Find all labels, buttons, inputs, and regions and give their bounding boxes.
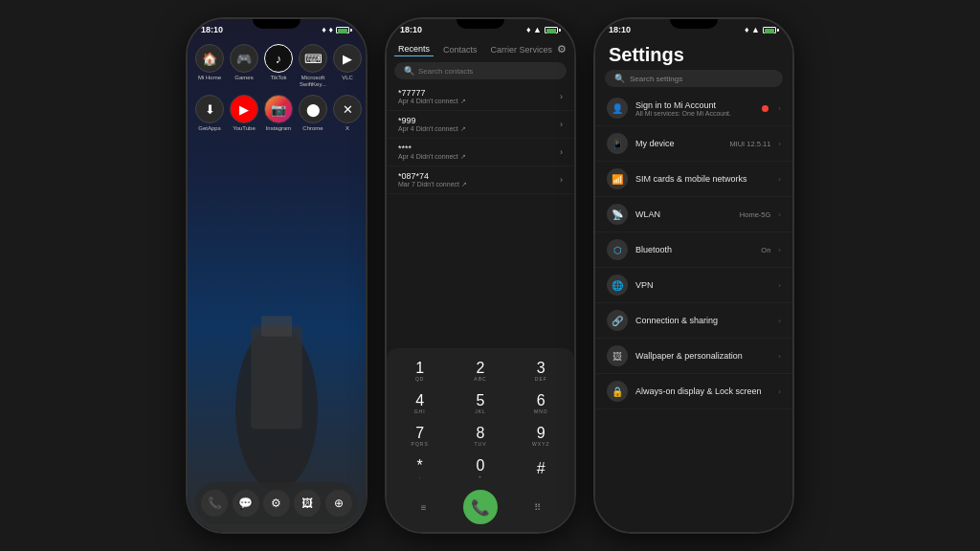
- call-detail: Apr 4 Didn't connect ↗: [398, 125, 466, 133]
- dial-key-4[interactable]: 4 GHI: [390, 388, 449, 419]
- wlan-icon: 📡: [607, 204, 628, 225]
- dial-key-3[interactable]: 3 DEF: [512, 356, 570, 386]
- app-instagram[interactable]: 📷 Instagram: [264, 95, 293, 132]
- instagram-icon: 📷: [264, 95, 293, 123]
- dock-messages[interactable]: 💬: [233, 490, 259, 517]
- chevron-icon: ›: [778, 210, 781, 219]
- wlan-content: WLAN: [635, 209, 732, 219]
- settings-screen: 18:10 ♦ ▲ Settings 🔍 Search settings 👤 S…: [595, 19, 792, 532]
- dial-key-6[interactable]: 6 MNO: [512, 388, 570, 419]
- status-time: 18:10: [609, 25, 631, 34]
- settings-item-sim[interactable]: 📶 SIM cards & mobile networks ›: [595, 162, 792, 197]
- dialer-settings-icon[interactable]: ⚙: [557, 43, 567, 55]
- chrome-label: Chrome: [302, 125, 323, 132]
- settings-item-vpn[interactable]: 🌐 VPN ›: [595, 268, 792, 303]
- app-grid-row1: 🏠 Mi Home 🎮 Games ♪ TikTok ⌨ Microsoft S…: [188, 36, 366, 91]
- always-on-content: Always-on display & Lock screen: [635, 386, 770, 396]
- dock-options[interactable]: ⊕: [325, 490, 352, 517]
- dial-key-8[interactable]: 8 TUV: [451, 421, 509, 452]
- app-swiftkey[interactable]: ⌨ Microsoft SwiftKey...: [299, 44, 327, 87]
- chevron-icon: ›: [778, 317, 781, 325]
- call-detail: Apr 4 Didn't connect ↗: [398, 153, 466, 161]
- call-info: *999 Apr 4 Didn't connect ↗: [398, 116, 466, 133]
- call-item[interactable]: *087*74 Mar 7 Didn't connect ↗ ›: [387, 166, 574, 194]
- phone-dialer: 18:10 ♦ ▲ Recents Contacts Carrier Servi…: [385, 17, 576, 534]
- settings-item-wlan[interactable]: 📡 WLAN Home-5G ›: [595, 197, 792, 232]
- app-youtube[interactable]: ▶ YouTube: [230, 95, 258, 132]
- youtube-label: YouTube: [233, 125, 256, 132]
- app-getapps[interactable]: ⬇ GetApps: [195, 95, 224, 132]
- settings-item-connection[interactable]: 🔗 Connection & sharing ›: [595, 303, 792, 339]
- my-device-value: MIUI 12.5.11: [729, 140, 770, 148]
- sim-content: SIM cards & mobile networks: [635, 174, 770, 184]
- wallpaper-content: Wallpaper & personalization: [635, 351, 770, 361]
- settings-item-mi-account[interactable]: 👤 Sign in to Mi Account All Mi services:…: [595, 91, 792, 126]
- chrome-icon: ⬤: [299, 95, 327, 123]
- call-item[interactable]: *999 Apr 4 Didn't connect ↗ ›: [387, 111, 574, 139]
- call-item[interactable]: *77777 Apr 4 Didn't connect ↗ ›: [387, 83, 574, 111]
- search-input[interactable]: [418, 67, 557, 76]
- my-device-title: My device: [635, 139, 722, 148]
- tab-contacts[interactable]: Contacts: [439, 43, 481, 56]
- swiftkey-icon: ⌨: [299, 44, 327, 73]
- dial-key-9[interactable]: 9 WXYZ: [512, 421, 570, 452]
- chevron-icon: ›: [778, 140, 781, 148]
- tab-carrier-services[interactable]: Carrier Services: [487, 43, 557, 56]
- battery-icon: [763, 27, 779, 33]
- tab-recents[interactable]: Recents: [394, 42, 434, 56]
- dial-key-0[interactable]: 0 +: [451, 453, 509, 484]
- call-number: *087*74: [398, 171, 467, 181]
- settings-title: Settings: [595, 36, 792, 70]
- phone-settings: 18:10 ♦ ▲ Settings 🔍 Search settings 👤 S…: [593, 17, 794, 534]
- chevron-icon: ›: [778, 246, 781, 254]
- dial-key-2[interactable]: 2 ABC: [451, 356, 509, 386]
- dial-key-5[interactable]: 5 JKL: [451, 388, 509, 419]
- sim-title: SIM cards & mobile networks: [635, 174, 770, 184]
- settings-item-my-device[interactable]: 📱 My device MIUI 12.5.11 ›: [595, 126, 792, 162]
- dialer-search[interactable]: 🔍: [394, 62, 567, 79]
- dialpad-grid-icon[interactable]: ⠿: [525, 496, 548, 518]
- app-mi-home[interactable]: 🏠 Mi Home: [195, 44, 224, 87]
- games-icon: 🎮: [230, 44, 258, 73]
- dial-key-star[interactable]: * ,: [390, 453, 449, 484]
- call-item[interactable]: **** Apr 4 Didn't connect ↗ ›: [387, 139, 574, 166]
- app-chrome[interactable]: ⬤ Chrome: [299, 95, 327, 132]
- mi-account-content: Sign in to Mi Account All Mi services: O…: [635, 100, 754, 117]
- always-on-title: Always-on display & Lock screen: [635, 386, 770, 396]
- settings-item-bluetooth[interactable]: ⬡ Bluetooth On ›: [595, 232, 792, 268]
- getapps-icon: ⬇: [195, 95, 224, 123]
- getapps-label: GetApps: [198, 125, 220, 132]
- notch: [253, 19, 301, 29]
- dial-key-hash[interactable]: #: [512, 453, 570, 484]
- app-games[interactable]: 🎮 Games: [230, 44, 258, 87]
- x-label: X: [345, 125, 349, 132]
- bluetooth-icon: ⬡: [607, 239, 628, 260]
- app-x[interactable]: ✕ X: [333, 95, 362, 132]
- settings-item-wallpaper[interactable]: 🖼 Wallpaper & personalization ›: [595, 339, 792, 374]
- call-chevron: ›: [560, 92, 563, 101]
- dialpad-bottom: ≡ 📞 ⠿: [390, 488, 570, 526]
- dialpad-menu-icon[interactable]: ≡: [412, 496, 435, 518]
- app-vlc[interactable]: ▶ VLC: [333, 44, 362, 87]
- dock-photos[interactable]: 🖼: [294, 490, 321, 517]
- dial-key-1[interactable]: 1 QD: [390, 356, 449, 386]
- sim-icon: 📶: [607, 168, 628, 189]
- call-number: *77777: [398, 88, 466, 98]
- call-detail: Apr 4 Didn't connect ↗: [398, 98, 466, 105]
- settings-search-bar[interactable]: 🔍 Search settings: [605, 70, 783, 87]
- home-screen: 18:10 ♦ ♦ 🏠 Mi Home 🎮 Games ♪ TikTok: [188, 19, 366, 532]
- settings-list: 👤 Sign in to Mi Account All Mi services:…: [595, 91, 792, 532]
- call-info: *77777 Apr 4 Didn't connect ↗: [398, 88, 466, 105]
- dock-settings[interactable]: ⚙: [263, 490, 290, 517]
- search-icon: 🔍: [404, 66, 414, 76]
- call-button[interactable]: 📞: [463, 490, 498, 524]
- settings-item-always-on[interactable]: 🔒 Always-on display & Lock screen ›: [595, 374, 792, 409]
- recent-calls-list: *77777 Apr 4 Didn't connect ↗ › *999 Apr…: [387, 81, 574, 348]
- swiftkey-label: Microsoft SwiftKey...: [299, 75, 327, 87]
- call-detail: Mar 7 Didn't connect ↗: [398, 181, 467, 188]
- instagram-label: Instagram: [266, 125, 292, 132]
- dock-phone[interactable]: 📞: [201, 490, 228, 517]
- dial-key-7[interactable]: 7 PQRS: [390, 421, 449, 452]
- app-tiktok[interactable]: ♪ TikTok: [264, 44, 293, 87]
- call-chevron: ›: [560, 175, 563, 185]
